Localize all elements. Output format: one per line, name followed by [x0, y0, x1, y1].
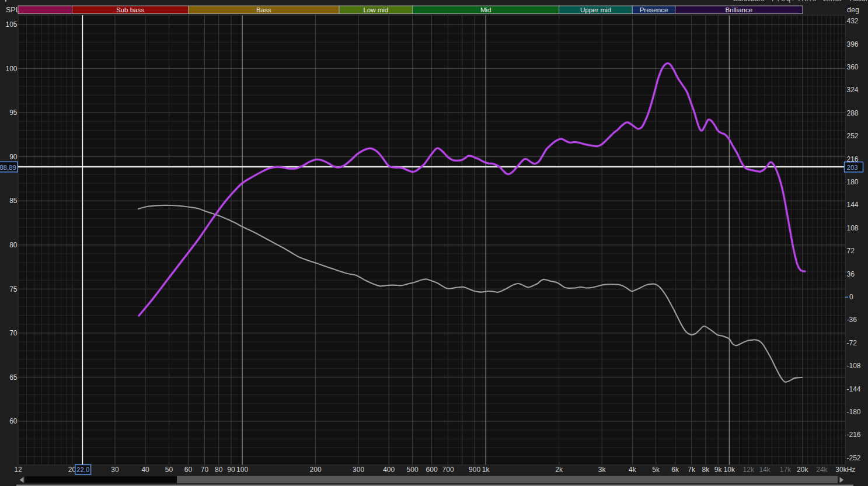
- svg-text:Low mid: Low mid: [363, 6, 388, 13]
- svg-text:9k: 9k: [714, 466, 723, 474]
- svg-text:85: 85: [9, 197, 18, 205]
- svg-text:5k: 5k: [652, 466, 660, 474]
- svg-text:3k: 3k: [598, 466, 606, 474]
- svg-text:-144: -144: [847, 385, 861, 393]
- svg-text:Bass: Bass: [256, 6, 271, 13]
- svg-text:95: 95: [9, 109, 18, 117]
- svg-text:-216: -216: [847, 431, 861, 439]
- svg-text:203: 203: [847, 164, 858, 171]
- svg-text:4k: 4k: [629, 466, 637, 474]
- svg-text:180: 180: [847, 178, 859, 186]
- svg-text:0: 0: [849, 293, 853, 301]
- svg-text:360: 360: [847, 63, 859, 71]
- svg-text:100: 100: [236, 466, 248, 474]
- svg-text:Limits: Limits: [823, 0, 841, 3]
- svg-text:80: 80: [9, 241, 18, 249]
- svg-text:90: 90: [227, 466, 235, 474]
- svg-text:100: 100: [5, 65, 17, 73]
- svg-text:20k: 20k: [797, 466, 808, 474]
- svg-text:288: 288: [847, 109, 859, 117]
- svg-text:70: 70: [9, 329, 18, 337]
- svg-text:36: 36: [847, 270, 855, 278]
- svg-text:72: 72: [847, 247, 855, 255]
- svg-text:-108: -108: [847, 362, 861, 370]
- svg-text:17k: 17k: [780, 466, 792, 474]
- svg-text:900: 900: [469, 466, 480, 474]
- svg-text:60: 60: [184, 466, 193, 474]
- svg-text:1k: 1k: [482, 466, 490, 474]
- svg-text:-180: -180: [847, 408, 861, 416]
- svg-text:8k: 8k: [702, 466, 710, 474]
- svg-text:Upper mid: Upper mid: [580, 6, 611, 13]
- svg-text:Freq. Axis: Freq. Axis: [772, 0, 816, 3]
- svg-text:300: 300: [353, 466, 364, 474]
- svg-text:Mid: Mid: [480, 6, 491, 13]
- svg-text:432: 432: [847, 17, 859, 25]
- svg-text:6k: 6k: [671, 466, 679, 474]
- svg-text:50: 50: [165, 466, 173, 474]
- svg-text:Presence: Presence: [640, 6, 668, 13]
- svg-text:200: 200: [310, 466, 322, 474]
- svg-text:10k: 10k: [724, 466, 735, 474]
- svg-text:396: 396: [847, 40, 859, 48]
- svg-text:144: 144: [847, 201, 859, 209]
- svg-text:deg: deg: [847, 6, 859, 14]
- svg-text:24k: 24k: [816, 466, 828, 474]
- svg-text:Scrollbars: Scrollbars: [733, 0, 764, 3]
- svg-text:65: 65: [9, 373, 18, 382]
- svg-text:Sub bass: Sub bass: [116, 6, 144, 13]
- svg-text:30kHz: 30kHz: [835, 466, 855, 474]
- svg-text:600: 600: [426, 466, 438, 474]
- svg-text:Brilliance: Brilliance: [725, 6, 752, 13]
- svg-text:88,89: 88,89: [0, 164, 16, 171]
- svg-text:252: 252: [847, 132, 859, 140]
- svg-text:75: 75: [9, 285, 18, 293]
- svg-text:Actions: Actions: [850, 0, 868, 3]
- svg-text:40: 40: [141, 466, 149, 474]
- svg-text:700: 700: [442, 466, 454, 474]
- svg-text:-252: -252: [847, 454, 861, 462]
- svg-text:14k: 14k: [759, 466, 771, 474]
- svg-text:90: 90: [9, 153, 18, 161]
- svg-text:500: 500: [407, 466, 419, 474]
- svg-text:22,0: 22,0: [76, 466, 89, 473]
- svg-text:80: 80: [215, 466, 223, 474]
- svg-text:60: 60: [9, 417, 18, 425]
- svg-text:2k: 2k: [555, 466, 563, 474]
- svg-text:7k: 7k: [688, 466, 696, 474]
- svg-text:400: 400: [383, 466, 395, 474]
- svg-text:105: 105: [5, 20, 17, 29]
- svg-text:SPL: SPL: [6, 6, 20, 14]
- svg-text:-36: -36: [847, 316, 857, 324]
- svg-text:12: 12: [14, 466, 22, 474]
- svg-text:70: 70: [201, 466, 209, 474]
- svg-text:30: 30: [111, 466, 119, 474]
- svg-text:-72: -72: [847, 339, 857, 347]
- svg-text:108: 108: [847, 224, 859, 232]
- svg-text:12k: 12k: [743, 466, 755, 474]
- svg-text:324: 324: [847, 86, 859, 94]
